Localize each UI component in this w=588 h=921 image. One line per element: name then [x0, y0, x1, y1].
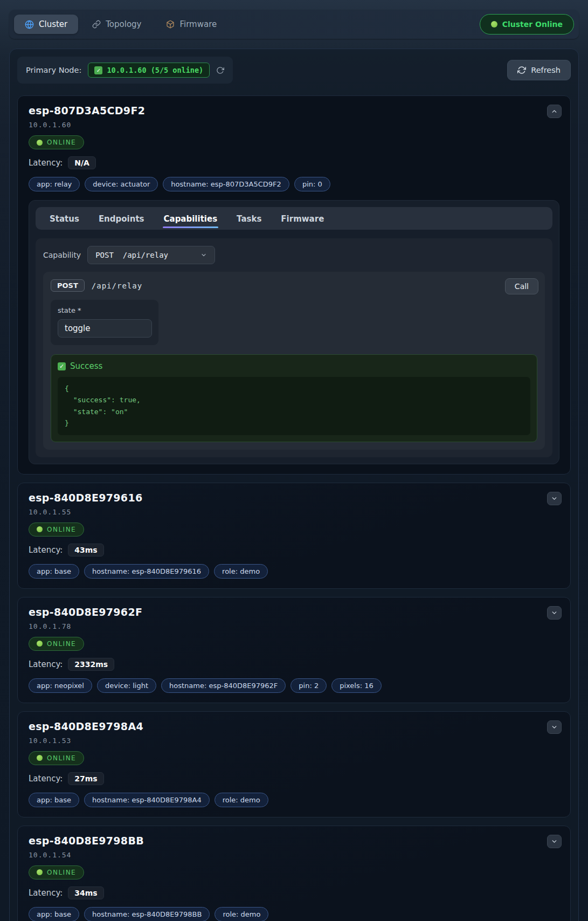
node-ip: 10.0.1.54: [29, 851, 559, 859]
chevron-down-icon: [551, 724, 558, 731]
capability-label: Capability: [43, 251, 81, 259]
latency-value: N/A: [68, 156, 96, 169]
method-badge: POST: [51, 279, 85, 292]
node-tag: hostname: esp-840D8E979616: [84, 564, 209, 579]
node-tag: hostname: esp-840D8E9798A4: [84, 793, 210, 807]
check-icon: ✓: [94, 66, 102, 74]
node-tag: role: demo: [215, 793, 268, 807]
node-tag: role: demo: [214, 564, 268, 579]
refresh-label: Refresh: [531, 66, 561, 74]
latency-label: Latency:: [29, 774, 63, 783]
node-card: esp-840D8E9798A4 10.0.1.53 ONLINE Latenc…: [17, 711, 571, 817]
nav-tab-cluster[interactable]: Cluster: [14, 15, 78, 34]
online-badge: ONLINE: [29, 865, 84, 879]
node-card: esp-840D8E9798BB 10.0.1.54 ONLINE Latenc…: [17, 826, 571, 921]
primary-node-badge: ✓ 10.0.1.60 (5/5 online): [88, 63, 210, 78]
node-tag: pin: 0: [294, 177, 330, 191]
node-ip: 10.0.1.53: [29, 737, 559, 745]
online-label: ONLINE: [47, 640, 76, 648]
tab-endpoints[interactable]: Endpoints: [99, 207, 144, 230]
online-badge: ONLINE: [29, 135, 84, 149]
node-tag: hostname: esp-840D8E97962F: [161, 678, 286, 693]
node-name: esp-840D8E9798BB: [29, 835, 559, 847]
latency-label: Latency:: [29, 158, 63, 168]
node-tag: device: light: [97, 678, 156, 693]
node-name: esp-840D8E9798A4: [29, 720, 559, 732]
online-label: ONLINE: [47, 869, 76, 876]
tab-label: Firmware: [281, 214, 324, 224]
latency-value: 34ms: [68, 886, 103, 899]
call-button[interactable]: Call: [505, 278, 538, 294]
latency-value: 27ms: [68, 772, 103, 785]
tab-status[interactable]: Status: [50, 207, 79, 230]
node-name: esp-807D3A5CD9F2: [29, 105, 559, 116]
chevron-down-icon: [200, 252, 207, 258]
node-tags: app: neopixeldevice: lighthostname: esp-…: [29, 678, 559, 693]
tab-capabilities[interactable]: Capabilities: [164, 207, 218, 230]
node-card: esp-840D8E979616 10.0.1.55 ONLINE Latenc…: [17, 483, 571, 589]
refresh-icon: [517, 66, 526, 74]
primary-node-bar: Primary Node: ✓ 10.0.1.60 (5/5 online) R…: [17, 57, 571, 84]
latency-row: Latency: 2332ms: [29, 658, 559, 671]
nav-tab-firmware[interactable]: Firmware: [155, 15, 227, 34]
primary-node-group: Primary Node: ✓ 10.0.1.60 (5/5 online): [17, 57, 233, 84]
node-tags: app: relaydevice: actuatorhostname: esp-…: [29, 177, 559, 191]
success-panel: ✓ Success { "success": true, "state": "o…: [51, 354, 537, 442]
node-ip: 10.0.1.78: [29, 622, 559, 630]
capability-selected-value: POST /api/relay: [95, 251, 168, 259]
node-ip: 10.0.1.55: [29, 508, 559, 516]
detail-tab-bar: Status Endpoints Capabilities Tasks Firm…: [36, 207, 552, 230]
latency-row: Latency: 34ms: [29, 886, 559, 899]
expand-button[interactable]: [547, 720, 562, 734]
online-label: ONLINE: [47, 526, 76, 533]
cluster-panel: Primary Node: ✓ 10.0.1.60 (5/5 online) R…: [9, 49, 579, 921]
node-tag: pin: 2: [290, 678, 327, 693]
node-tag: app: base: [29, 793, 79, 807]
node-tag: hostname: esp-840D8E9798BB: [84, 907, 210, 921]
node-tag: pixels: 16: [331, 678, 382, 693]
node-tag: hostname: esp-807D3A5CD9F2: [163, 177, 289, 191]
latency-row: Latency: 27ms: [29, 772, 559, 785]
node-name: esp-840D8E979616: [29, 492, 559, 504]
mini-refresh-icon[interactable]: [216, 66, 224, 74]
collapse-button[interactable]: [547, 105, 562, 118]
expand-button[interactable]: [547, 606, 562, 620]
success-header: ✓ Success: [58, 361, 530, 371]
online-dot-icon: [37, 755, 43, 761]
tab-tasks[interactable]: Tasks: [237, 207, 261, 230]
node-tag: device: actuator: [85, 177, 158, 191]
cluster-status-badge: Cluster Online: [480, 14, 574, 35]
chevron-up-icon: [551, 108, 558, 115]
primary-node-value: 10.0.1.60 (5/5 online): [107, 66, 203, 74]
endpoint-panel: POST /api/relay Call state * ✓ Success {: [43, 272, 545, 450]
online-label: ONLINE: [47, 754, 76, 762]
nav-tab-topology[interactable]: Topology: [81, 15, 152, 34]
online-badge: ONLINE: [29, 637, 84, 651]
top-nav: Cluster Topology Firmware Cluster Online: [9, 10, 579, 39]
package-icon: [166, 20, 175, 29]
node-tags: app: basehostname: esp-840D8E979616role:…: [29, 564, 559, 579]
tab-label: Endpoints: [99, 214, 144, 224]
latency-label: Latency:: [29, 888, 63, 898]
endpoint-path: /api/relay: [92, 281, 142, 290]
online-dot-icon: [37, 526, 43, 532]
latency-value: 43ms: [68, 544, 103, 556]
node-card: esp-840D8E97962F 10.0.1.78 ONLINE Latenc…: [17, 597, 571, 703]
expand-button[interactable]: [547, 835, 562, 848]
refresh-button[interactable]: Refresh: [507, 60, 571, 80]
capability-select[interactable]: POST /api/relay: [87, 246, 215, 264]
tab-firmware[interactable]: Firmware: [281, 207, 324, 230]
online-label: ONLINE: [47, 139, 76, 146]
online-dot-icon: [37, 140, 43, 146]
nav-tab-label: Cluster: [39, 19, 67, 29]
latency-value: 2332ms: [68, 658, 114, 671]
capability-row: Capability POST /api/relay: [43, 246, 545, 264]
chevron-down-icon: [551, 838, 558, 845]
online-badge: ONLINE: [29, 751, 84, 765]
node-tags: app: basehostname: esp-840D8E9798BBrole:…: [29, 907, 559, 921]
status-dot-icon: [491, 21, 497, 28]
param-input[interactable]: [58, 319, 152, 338]
endpoint-method-row: POST /api/relay: [51, 279, 537, 292]
node-tag: role: demo: [215, 907, 268, 921]
expand-button[interactable]: [547, 492, 562, 505]
